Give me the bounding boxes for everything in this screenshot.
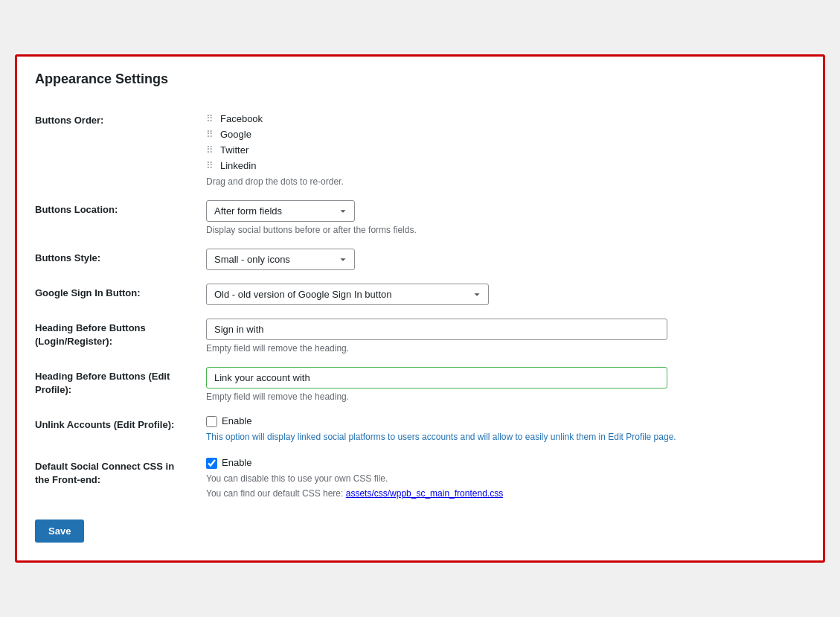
default-css-label-cell: Default Social Connect CSS in the Front-… bbox=[35, 451, 206, 508]
unlink-accounts-label: Unlink Accounts (Edit Profile): bbox=[35, 419, 174, 430]
default-css-label-line2: the Front-end: bbox=[35, 474, 100, 485]
list-item[interactable]: ⠿ Google bbox=[206, 127, 805, 142]
google-signin-label-cell: Google Sign In Button: bbox=[35, 278, 206, 313]
buttons-style-select[interactable]: Small - only icons Large with text Large… bbox=[206, 249, 355, 270]
buttons-style-field-cell: Small - only icons Large with text Large… bbox=[206, 243, 805, 278]
settings-table: Buttons Order: ⠿ Facebook ⠿ Google ⠿ bbox=[35, 105, 805, 508]
heading-edit-label-cell: Heading Before Buttons (Edit Profile): bbox=[35, 361, 206, 409]
page-title: Appearance Settings bbox=[35, 71, 805, 87]
appearance-settings-panel: Appearance Settings Buttons Order: ⠿ Fac… bbox=[15, 54, 825, 563]
drag-handle-google[interactable]: ⠿ bbox=[206, 129, 214, 140]
default-css-checkbox-row: Enable bbox=[206, 457, 805, 469]
heading-edit-hint: Empty field will remove the heading. bbox=[206, 391, 805, 402]
buttons-location-label-cell: Buttons Location: bbox=[35, 194, 206, 243]
default-css-link[interactable]: assets/css/wppb_sc_main_frontend.css bbox=[346, 488, 503, 499]
buttons-order-field-cell: ⠿ Facebook ⠿ Google ⠿ Twitter ⠿ bbox=[206, 105, 805, 194]
default-css-label: Default Social Connect CSS in the Front-… bbox=[35, 461, 174, 485]
google-signin-field-cell: Old - old version of Google Sign In butt… bbox=[206, 278, 805, 313]
list-item[interactable]: ⠿ Linkedin bbox=[206, 158, 805, 173]
buttons-location-row: Buttons Location: After form fields Befo… bbox=[35, 194, 805, 243]
heading-edit-input[interactable] bbox=[206, 367, 667, 389]
buttons-style-label-cell: Buttons Style: bbox=[35, 243, 206, 278]
buttons-order-row: Buttons Order: ⠿ Facebook ⠿ Google ⠿ bbox=[35, 105, 805, 194]
default-css-label-line1: Default Social Connect CSS in bbox=[35, 461, 174, 472]
default-css-checkbox-label[interactable]: Enable bbox=[222, 457, 251, 468]
heading-login-label-line2: (Login/Register): bbox=[35, 336, 112, 347]
unlink-accounts-checkbox-label[interactable]: Enable bbox=[222, 415, 251, 426]
heading-edit-row: Heading Before Buttons (Edit Profile): E… bbox=[35, 361, 805, 409]
heading-edit-label-line2: Profile): bbox=[35, 384, 71, 395]
default-css-checkbox[interactable] bbox=[206, 458, 217, 469]
buttons-order-list: ⠿ Facebook ⠿ Google ⠿ Twitter ⠿ bbox=[206, 111, 805, 173]
buttons-order-hint: Drag and drop the dots to re-order. bbox=[206, 176, 805, 187]
heading-login-label-cell: Heading Before Buttons (Login/Register): bbox=[35, 313, 206, 361]
heading-login-row: Heading Before Buttons (Login/Register):… bbox=[35, 313, 805, 361]
facebook-label: Facebook bbox=[220, 113, 263, 124]
heading-edit-label-line1: Heading Before Buttons (Edit bbox=[35, 371, 170, 382]
buttons-style-label: Buttons Style: bbox=[35, 252, 100, 263]
buttons-location-field-cell: After form fields Before form fields Dis… bbox=[206, 194, 805, 243]
drag-handle-linkedin[interactable]: ⠿ bbox=[206, 160, 214, 171]
list-item[interactable]: ⠿ Facebook bbox=[206, 111, 805, 127]
buttons-style-row: Buttons Style: Small - only icons Large … bbox=[35, 243, 805, 278]
google-label: Google bbox=[220, 129, 251, 140]
drag-handle-facebook[interactable]: ⠿ bbox=[206, 113, 214, 124]
buttons-order-label: Buttons Order: bbox=[35, 115, 103, 126]
heading-edit-label: Heading Before Buttons (Edit Profile): bbox=[35, 371, 170, 395]
unlink-accounts-field-cell: Enable This option will display linked s… bbox=[206, 409, 805, 451]
unlink-accounts-description: This option will display linked social p… bbox=[206, 430, 805, 444]
save-button[interactable]: Save bbox=[35, 520, 84, 543]
unlink-accounts-row: Unlink Accounts (Edit Profile): Enable T… bbox=[35, 409, 805, 451]
heading-login-label: Heading Before Buttons (Login/Register): bbox=[35, 322, 146, 347]
twitter-label: Twitter bbox=[220, 144, 249, 156]
default-css-desc-line1: You can disable this to use your own CSS… bbox=[206, 472, 805, 485]
linkedin-label: Linkedin bbox=[220, 160, 256, 171]
heading-edit-field-cell: Empty field will remove the heading. bbox=[206, 361, 805, 409]
heading-login-hint: Empty field will remove the heading. bbox=[206, 343, 805, 354]
default-css-field-cell: Enable You can disable this to use your … bbox=[206, 451, 805, 508]
unlink-accounts-label-cell: Unlink Accounts (Edit Profile): bbox=[35, 409, 206, 451]
google-signin-select[interactable]: Old - old version of Google Sign In butt… bbox=[206, 284, 489, 305]
default-css-desc-line2: You can find our default CSS here: asset… bbox=[206, 487, 805, 500]
drag-handle-twitter[interactable]: ⠿ bbox=[206, 144, 214, 156]
default-css-desc-prefix: You can find our default CSS here: bbox=[206, 488, 343, 499]
unlink-accounts-checkbox[interactable] bbox=[206, 416, 217, 427]
buttons-location-hint: Display social buttons before or after t… bbox=[206, 225, 805, 235]
unlink-accounts-checkbox-row: Enable bbox=[206, 415, 805, 427]
google-signin-label: Google Sign In Button: bbox=[35, 287, 141, 298]
list-item[interactable]: ⠿ Twitter bbox=[206, 142, 805, 158]
default-css-row: Default Social Connect CSS in the Front-… bbox=[35, 451, 805, 508]
buttons-order-label-cell: Buttons Order: bbox=[35, 105, 206, 194]
buttons-location-select[interactable]: After form fields Before form fields bbox=[206, 200, 355, 222]
google-signin-row: Google Sign In Button: Old - old version… bbox=[35, 278, 805, 313]
heading-login-field-cell: Empty field will remove the heading. bbox=[206, 313, 805, 361]
heading-login-input[interactable] bbox=[206, 319, 667, 340]
buttons-location-label: Buttons Location: bbox=[35, 204, 118, 215]
heading-login-label-line1: Heading Before Buttons bbox=[35, 322, 146, 333]
